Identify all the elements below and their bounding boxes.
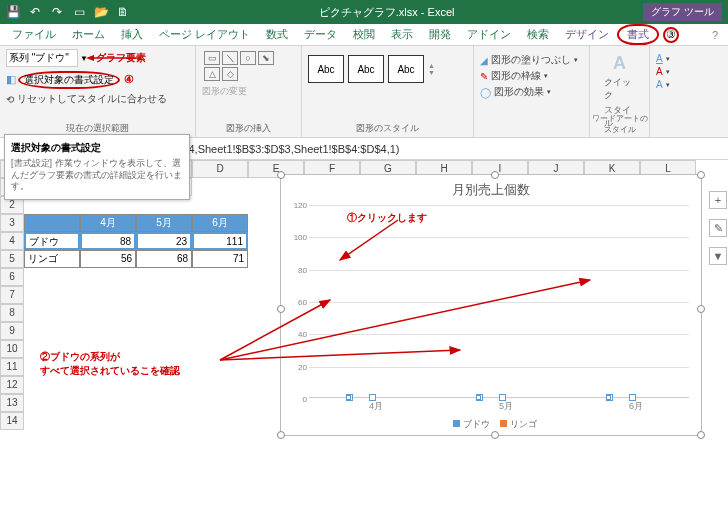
- shape-style-gallery[interactable]: Abc Abc Abc ▲ ▼: [308, 49, 467, 89]
- cell[interactable]: 111: [192, 232, 248, 250]
- chart-element-selector[interactable]: [6, 49, 78, 67]
- resize-handle[interactable]: [277, 171, 285, 179]
- tab-data[interactable]: データ: [296, 24, 345, 45]
- tab-file[interactable]: ファイル: [4, 24, 64, 45]
- cell[interactable]: 56: [80, 250, 136, 268]
- tab-search[interactable]: 検索: [519, 24, 557, 45]
- tab-design[interactable]: デザイン: [557, 24, 617, 45]
- open-icon[interactable]: 📂: [94, 5, 108, 19]
- chart-title[interactable]: 月別売上個数: [281, 181, 701, 199]
- resize-handle[interactable]: [697, 305, 705, 313]
- ribbon-group-wordart-opts: A▾ A▾ A▾: [650, 46, 710, 137]
- y-axis: 120 100 80 60 40 20 0: [285, 205, 307, 399]
- row-header[interactable]: 9: [0, 322, 24, 340]
- style-preset-2[interactable]: Abc: [348, 55, 384, 83]
- shape-oval-icon[interactable]: ○: [240, 51, 256, 65]
- tab-view[interactable]: 表示: [383, 24, 421, 45]
- resize-handle[interactable]: [277, 305, 285, 313]
- row-header[interactable]: 3: [0, 214, 24, 232]
- chart-filter-button[interactable]: ▼: [709, 247, 727, 265]
- row-header[interactable]: 7: [0, 286, 24, 304]
- group-label-styles: 図形のスタイル: [302, 122, 473, 135]
- chart-legend[interactable]: ブドウ リンゴ: [281, 418, 701, 431]
- row-header[interactable]: 5: [0, 250, 24, 268]
- text-fill-button[interactable]: A▾: [656, 53, 704, 64]
- shape-arrow-icon[interactable]: ⬊: [258, 51, 274, 65]
- row-header[interactable]: 8: [0, 304, 24, 322]
- help-icon[interactable]: ?: [712, 29, 718, 41]
- chart-bars[interactable]: 4月 5月 6月: [309, 205, 689, 398]
- row-header[interactable]: 11: [0, 358, 24, 376]
- style-preset-1[interactable]: Abc: [308, 55, 344, 83]
- chart-styles-button[interactable]: ✎: [709, 219, 727, 237]
- legend-label-1: ブドウ: [463, 419, 490, 429]
- ribbon-group-shapes: ▭ ＼ ○ ⬊ △ ◇ 図形の変更 図形の挿入: [196, 46, 302, 137]
- reset-style-button[interactable]: リセットしてスタイルに合わせる: [17, 92, 167, 106]
- shape-line-icon[interactable]: ＼: [222, 51, 238, 65]
- cell[interactable]: ブドウ: [24, 232, 80, 250]
- shape-rect-icon[interactable]: ▭: [204, 51, 220, 65]
- chart-plot-area[interactable]: 120 100 80 60 40 20 0 4月: [309, 205, 689, 399]
- row-header[interactable]: 4: [0, 232, 24, 250]
- worksheet-grid[interactable]: A B C D E F G H I J K L 1月別売上個数 2 3 4月 5…: [0, 160, 728, 522]
- group-label-wordart: ワードアートのスタイル: [590, 113, 649, 135]
- text-outline-button[interactable]: A▾: [656, 66, 704, 77]
- x-label: 5月: [471, 400, 541, 413]
- tab-formulas[interactable]: 数式: [258, 24, 296, 45]
- col-header[interactable]: D: [192, 160, 248, 178]
- tab-pagelayout[interactable]: ページ レイアウト: [151, 24, 258, 45]
- shape-tri-icon[interactable]: △: [204, 67, 220, 81]
- x-label: 4月: [341, 400, 411, 413]
- cell[interactable]: リンゴ: [24, 250, 80, 268]
- cell[interactable]: 4月: [80, 214, 136, 232]
- shape-outline-button[interactable]: ✎図形の枠線▾: [480, 69, 583, 83]
- chart-object[interactable]: 月別売上個数 ①クリックします 120 100 80 60 40 20 0: [280, 174, 702, 436]
- redo-icon[interactable]: ↷: [50, 5, 64, 19]
- format-selection-button[interactable]: 選択対象の書式設定: [18, 71, 120, 89]
- style-preset-3[interactable]: Abc: [388, 55, 424, 83]
- legend-label-2: リンゴ: [510, 419, 537, 429]
- outline-icon: ✎: [480, 71, 488, 82]
- cell[interactable]: [24, 214, 80, 232]
- tab-format[interactable]: 書式: [617, 24, 659, 45]
- annotation-3: ③: [663, 27, 679, 43]
- gallery-down-icon[interactable]: ▼: [428, 69, 435, 76]
- shape-gallery[interactable]: ▭ ＼ ○ ⬊ △ ◇: [202, 49, 278, 83]
- shape-callout-icon[interactable]: ◇: [222, 67, 238, 81]
- ribbon-group-wordart: A クイック スタイル ワードアートのスタイル: [590, 46, 650, 137]
- tab-home[interactable]: ホーム: [64, 24, 113, 45]
- resize-handle[interactable]: [697, 431, 705, 439]
- row-header[interactable]: 12: [0, 376, 24, 394]
- row-header[interactable]: 6: [0, 268, 24, 286]
- shape-fill-button[interactable]: ◢図形の塗りつぶし▾: [480, 53, 583, 67]
- row-header[interactable]: 13: [0, 394, 24, 412]
- resize-handle[interactable]: [697, 171, 705, 179]
- annotation-graph-element: グラフ要素: [96, 51, 146, 65]
- resize-handle[interactable]: [491, 431, 499, 439]
- cell[interactable]: 88: [80, 232, 136, 250]
- tab-insert[interactable]: 挿入: [113, 24, 151, 45]
- cell[interactable]: 5月: [136, 214, 192, 232]
- format-selection-icon: ◧: [6, 73, 16, 86]
- shape-effects-button[interactable]: ◯図形の効果▾: [480, 85, 583, 99]
- resize-handle[interactable]: [277, 431, 285, 439]
- chart-elements-button[interactable]: +: [709, 191, 727, 209]
- resize-handle[interactable]: [491, 171, 499, 179]
- gallery-up-icon[interactable]: ▲: [428, 62, 435, 69]
- tab-addins[interactable]: アドイン: [459, 24, 519, 45]
- row-header[interactable]: 10: [0, 340, 24, 358]
- reset-icon: ⟲: [6, 94, 14, 105]
- cell[interactable]: 6月: [192, 214, 248, 232]
- tab-developer[interactable]: 開発: [421, 24, 459, 45]
- new-icon[interactable]: ▭: [72, 5, 86, 19]
- cell[interactable]: 68: [136, 250, 192, 268]
- save-icon[interactable]: 💾: [6, 5, 20, 19]
- text-effects-button[interactable]: A▾: [656, 79, 704, 90]
- preview-icon[interactable]: 🗎: [116, 5, 130, 19]
- tab-review[interactable]: 校閲: [345, 24, 383, 45]
- wordart-icon[interactable]: A: [613, 53, 626, 74]
- cell[interactable]: 23: [136, 232, 192, 250]
- cell[interactable]: 71: [192, 250, 248, 268]
- undo-icon[interactable]: ↶: [28, 5, 42, 19]
- row-header[interactable]: 14: [0, 412, 24, 430]
